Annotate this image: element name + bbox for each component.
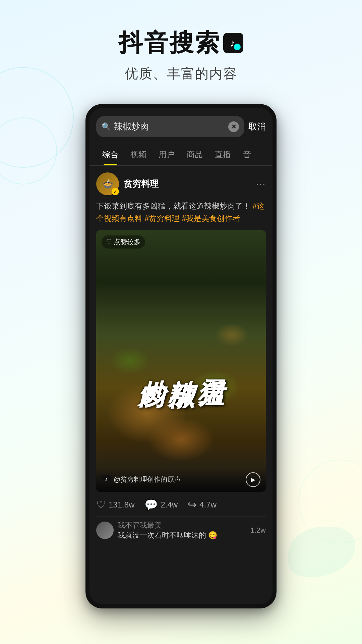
author-avatar: 🍲 ✓: [96, 172, 119, 195]
commenter-avatar: [96, 522, 114, 539]
app-title: 抖音搜索 ♪: [0, 27, 362, 59]
search-icon: 🔍: [102, 122, 111, 131]
cancel-button[interactable]: 取消: [248, 121, 266, 132]
content-area: 🍲 ✓ 贫穷料理 ··· 下饭菜到底有多凶猛，就看这道辣椒炒肉了！ #这个视频有…: [89, 166, 273, 550]
more-options-button[interactable]: ···: [256, 178, 266, 189]
search-query: 辣椒炒肉: [114, 121, 225, 132]
tiktok-logo-icon: ♪: [223, 33, 243, 53]
comment-icon: 💬: [144, 498, 158, 511]
video-thumbnail[interactable]: ♡ 点赞较多 勇猛辣椒炒肉 ♪ @贫穷料理创作的原声 ▶: [96, 230, 266, 492]
video-overlay-chinese: 勇猛辣椒炒肉: [137, 358, 225, 364]
phone-frame: 🔍 辣椒炒肉 ✕ 取消 综合 视频 用户 商品: [85, 104, 277, 608]
shares-count: 4.7w: [199, 500, 217, 509]
author-name[interactable]: 贫穷料理: [124, 178, 256, 190]
share-icon: ↪: [188, 498, 197, 511]
post-text-main: 下饭菜到底有多凶猛，就看这道辣椒炒肉了！: [96, 202, 250, 210]
phone-mockup: 🔍 辣椒炒肉 ✕ 取消 综合 视频 用户 商品: [85, 104, 277, 608]
bg-blob: [288, 527, 355, 577]
comment-content: 我不管我最美 我就没一次看时不咽唾沫的 😋: [118, 520, 246, 540]
logo-symbol: ♪: [230, 37, 237, 49]
tab-视频[interactable]: 视频: [124, 143, 153, 165]
post-header: 🍲 ✓ 贫穷料理 ···: [96, 172, 266, 195]
comment-preview: 我不管我最美 我就没一次看时不咽唾沫的 😋 1.2w: [96, 517, 266, 544]
tab-直播[interactable]: 直播: [209, 143, 237, 165]
sound-label: @贫穷料理创作的原声: [114, 475, 181, 484]
phone-screen: 🔍 辣椒炒肉 ✕ 取消 综合 视频 用户 商品: [89, 108, 273, 604]
like-icon: ♡: [96, 498, 106, 511]
comment-count: 1.2w: [250, 526, 266, 535]
commenter-name: 我不管我最美: [118, 520, 246, 530]
play-button[interactable]: ▶: [246, 472, 260, 487]
tiktok-mini-icon: ♪: [102, 475, 111, 484]
shares-item[interactable]: ↪ 4.7w: [188, 498, 217, 511]
title-text: 抖音搜索: [119, 27, 221, 59]
likes-item[interactable]: ♡ 131.8w: [96, 498, 134, 511]
tab-综合[interactable]: 综合: [96, 143, 124, 165]
engagement-row: ♡ 131.8w 💬 2.4w ↪ 4.7w: [96, 492, 266, 517]
comments-item[interactable]: 💬 2.4w: [144, 498, 178, 511]
video-footer: ♪ @贫穷料理创作的原声 ▶: [96, 468, 266, 492]
search-tabs: 综合 视频 用户 商品 直播 音: [89, 143, 273, 166]
tab-商品[interactable]: 商品: [181, 143, 209, 165]
comment-text: 我就没一次看时不咽唾沫的 😋: [118, 530, 246, 540]
header-section: 抖音搜索 ♪ 优质、丰富的内容: [0, 0, 362, 96]
comments-count: 2.4w: [161, 500, 178, 509]
video-sound-info: ♪ @贫穷料理创作的原声: [102, 475, 181, 484]
video-text-overlay: 勇猛辣椒炒肉: [96, 230, 266, 492]
likes-count: 131.8w: [109, 500, 134, 509]
search-input-wrap[interactable]: 🔍 辣椒炒肉 ✕: [96, 116, 244, 137]
subtitle: 优质、丰富的内容: [0, 64, 362, 83]
tab-音[interactable]: 音: [237, 143, 257, 165]
tab-用户[interactable]: 用户: [153, 143, 181, 165]
search-clear-button[interactable]: ✕: [228, 121, 239, 132]
post-text: 下饭菜到底有多凶猛，就看这道辣椒炒肉了！ #这个视频有点料 #贫穷料理 #我是美…: [96, 200, 266, 225]
search-bar-row: 🔍 辣椒炒肉 ✕ 取消: [89, 108, 273, 143]
verified-badge: ✓: [112, 188, 119, 195]
